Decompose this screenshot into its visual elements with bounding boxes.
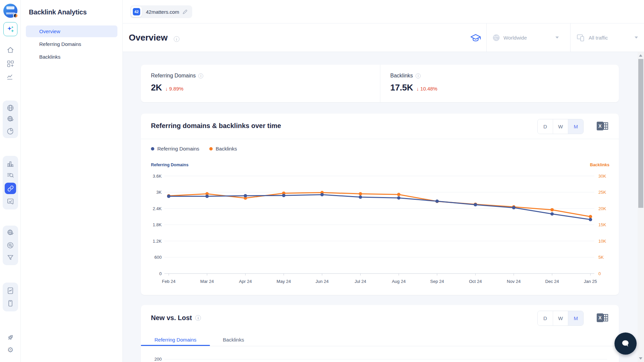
tag-check-icon[interactable] [6, 197, 14, 205]
svg-text:600: 600 [154, 255, 162, 260]
nvl-axis-tick: 200 [154, 357, 162, 362]
trending-icon[interactable] [6, 73, 14, 81]
rail-group-traffic [3, 226, 18, 265]
ai-assistant-button[interactable] [3, 22, 17, 36]
rocket-icon[interactable] [6, 334, 14, 342]
vertical-scrollbar[interactable] [638, 52, 644, 362]
scroll-up-arrow[interactable] [639, 54, 642, 57]
svg-text:Oct 24: Oct 24 [469, 279, 482, 284]
legend-referring-domains[interactable]: Referring Domains [151, 146, 199, 152]
svg-text:2.4K: 2.4K [153, 206, 162, 211]
nvl-export-excel-icon[interactable]: X [596, 312, 608, 325]
traffic-filter-caret-icon [635, 37, 638, 39]
svg-text:Sep 24: Sep 24 [430, 279, 444, 284]
bar-chart-icon[interactable] [6, 160, 14, 168]
support-chat-button[interactable] [614, 333, 637, 355]
new-vs-lost-card: New vs. Lost i D W M X Referring Domains… [141, 305, 619, 362]
granularity-month-button[interactable]: M [568, 119, 583, 134]
svg-text:Jan 25: Jan 25 [584, 279, 597, 284]
nvl-granularity-week-button[interactable]: W [553, 311, 568, 325]
settings-gear-icon[interactable]: ⚙ [6, 346, 14, 354]
svg-text:Nov 24: Nov 24 [507, 279, 521, 284]
scroll-down-arrow[interactable] [639, 357, 642, 360]
traffic-filter-label: All traffic [589, 35, 608, 41]
learning-cap-icon[interactable] [470, 34, 481, 44]
legend-backlinks[interactable]: Backlinks [209, 146, 237, 152]
svg-text:5K: 5K [598, 255, 604, 260]
svg-text:3.6K: 3.6K [153, 174, 162, 179]
left-axis-title: Referring Domains [151, 163, 189, 167]
stat-change-negative: ↓ 10.48% [416, 86, 437, 92]
stat-label-text: Referring Domains [151, 73, 196, 79]
globe-trend-icon-2[interactable] [6, 229, 14, 237]
tab-backlinks[interactable]: Backlinks [210, 336, 257, 346]
project-favicon-tile: 42 [131, 6, 142, 17]
worldwide-globe-icon [492, 34, 500, 42]
scrollbar-thumb[interactable] [638, 59, 643, 208]
database-dropdown[interactable]: Worldwide [492, 23, 564, 52]
project-chip[interactable]: 42 42matters.com [130, 5, 192, 18]
list-search-icon[interactable] [6, 171, 14, 179]
export-excel-icon[interactable]: X [596, 120, 608, 133]
new-vs-lost-chart-clipped[interactable]: 200 [141, 352, 619, 362]
svg-text:30K: 30K [598, 174, 606, 179]
sidebar-title: Backlink Analytics [29, 8, 87, 16]
svg-text:Jul 24: Jul 24 [355, 279, 366, 284]
right-axis-title: Backlinks [590, 163, 609, 167]
domain-globe-icon[interactable] [6, 104, 14, 112]
keyword-magnifier-icon[interactable] [6, 241, 14, 249]
user-avatar[interactable]: www [3, 4, 17, 18]
all-traffic-devices-icon [576, 33, 585, 42]
page-header: Overview i Worldwide All traffic [123, 23, 644, 52]
backlinks-info-icon[interactable]: i [416, 73, 421, 78]
chart-legend: Referring Domains Backlinks [151, 146, 237, 152]
sidebar-item-backlinks[interactable]: Backlinks [26, 51, 117, 63]
edit-pencil-icon[interactable] [182, 9, 187, 14]
nvl-granularity-month-button[interactable]: M [568, 311, 583, 325]
svg-text:25K: 25K [598, 190, 606, 195]
stat-backlinks: Backlinks i 17.5K ↓ 10.48% [380, 65, 619, 102]
projects-grid-icon[interactable] [6, 60, 14, 68]
granularity-day-button[interactable]: D [538, 119, 553, 134]
granularity-week-button[interactable]: W [553, 119, 568, 134]
svg-text:0: 0 [159, 271, 162, 276]
mobile-app-icon[interactable] [6, 299, 14, 307]
tabs-divider [141, 346, 619, 346]
nvl-granularity-day-button[interactable]: D [538, 311, 553, 325]
granularity-toggle: D W M [537, 119, 584, 134]
svg-text:3K: 3K [156, 190, 162, 195]
stat-value: 2K [151, 82, 162, 93]
time-series-chart[interactable]: 3.6K30K3K25K2.4K20K1.8K15K1.2K10K6005K00… [141, 171, 619, 288]
time-series-card: Referring domains & backlinks over time … [141, 114, 619, 295]
report-sidebar: Backlink Analytics Overview Referring Do… [21, 0, 123, 362]
home-icon[interactable] [6, 46, 14, 54]
referring-domains-info-icon[interactable]: i [198, 73, 203, 78]
tab-referring-domains-active[interactable]: Referring Domains [141, 336, 210, 346]
svg-text:10K: 10K [598, 239, 606, 244]
backlink-analytics-icon-active[interactable] [5, 183, 16, 194]
summary-stats-card: Referring Domains i 2K ↓ 9.89% Backlinks… [141, 65, 619, 102]
svg-text:20K: 20K [598, 206, 606, 211]
svg-text:X: X [598, 123, 602, 129]
rail-group-seo [3, 156, 18, 209]
page-title: Overview [129, 33, 168, 43]
filter-funnel-icon[interactable] [6, 254, 14, 262]
sidebar-item-overview[interactable]: Overview [26, 25, 117, 37]
rail-group-reports [3, 283, 18, 311]
market-pie-icon[interactable] [6, 127, 14, 135]
svg-text:Dec 24: Dec 24 [545, 279, 559, 284]
report-document-icon[interactable] [6, 287, 14, 295]
header-divider-2 [570, 23, 571, 52]
rail-group-domain-analytics [3, 101, 18, 138]
new-vs-lost-info-icon[interactable]: i [195, 315, 201, 321]
overview-info-icon[interactable]: i [174, 36, 179, 42]
traffic-filter-dropdown[interactable]: All traffic [576, 23, 638, 52]
project-favicon: 42 [133, 8, 140, 15]
time-series-header: Referring domains & backlinks over time … [141, 114, 619, 139]
sidebar-nav: Overview Referring Domains Backlinks [21, 25, 122, 64]
database-caret-icon [555, 37, 559, 39]
globe-trend-icon[interactable] [6, 115, 14, 123]
sidebar-item-referring-domains[interactable]: Referring Domains [26, 38, 117, 50]
project-domain: 42matters.com [146, 9, 179, 15]
svg-text:Aug 24: Aug 24 [392, 279, 406, 284]
